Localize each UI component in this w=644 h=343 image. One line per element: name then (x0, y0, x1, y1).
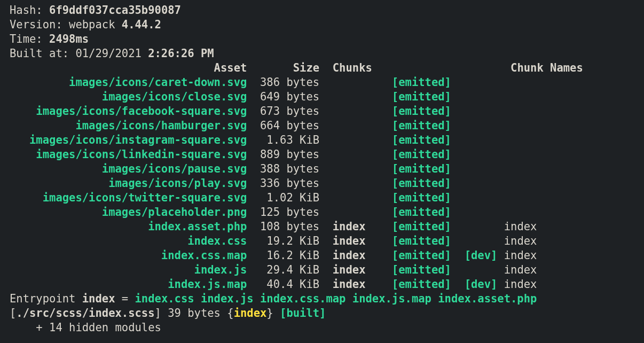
asset-chunks: index (333, 220, 386, 233)
terminal-line: index.css.map 16.2 KiB index [emitted] [… (10, 248, 644, 263)
built-label: Built at: 01/29/2021 (10, 47, 148, 60)
emitted-tag: [emitted] (386, 162, 451, 175)
emitted-tag: [emitted] (386, 76, 451, 89)
terminal-line: index.js.map 40.4 KiB index [emitted] [d… (10, 277, 644, 292)
rbrace: } (266, 307, 280, 319)
entrypoint-name: index (82, 292, 115, 305)
terminal-line: index.js 29.4 KiB index [emitted] index (10, 263, 644, 277)
bracket: [ (10, 307, 16, 319)
col-status-space (386, 61, 451, 74)
emitted-tag: [emitted] (386, 235, 451, 247)
asset-name: index.asset.php (10, 220, 247, 233)
module-chunk: index (234, 307, 267, 319)
asset-chunks (333, 134, 386, 146)
built-value: 2:26:26 PM (148, 47, 214, 60)
asset-chunks: index (333, 263, 386, 276)
asset-name: images/icons/hamburger.svg (10, 119, 247, 132)
asset-name: index.css.map (10, 249, 247, 262)
asset-size: 1.02 KiB (247, 191, 319, 204)
terminal-line: Version: webpack 4.44.2 (10, 18, 644, 32)
emitted-tag: [emitted] (386, 263, 451, 276)
asset-chunk-names: index (504, 278, 537, 291)
hash-label: Hash: (10, 4, 49, 17)
asset-chunk-names: index (504, 249, 537, 262)
module-bytes: 39 bytes { (161, 307, 234, 319)
emitted-tag: [emitted] (386, 105, 451, 118)
asset-name: images/icons/play.svg (10, 177, 247, 190)
hash-value: 6f9ddf037cca35b90087 (49, 4, 181, 17)
terminal-line: images/icons/twitter-square.svg 1.02 KiB… (10, 191, 644, 205)
asset-chunks (333, 191, 386, 204)
col-size: Size (247, 61, 319, 74)
asset-size: 386 bytes (247, 76, 319, 89)
asset-size: 889 bytes (247, 148, 319, 161)
built-tag: [built] (280, 307, 326, 319)
terminal-line: Entrypoint index = index.css index.js in… (10, 292, 644, 306)
module-path: ./src/scss/index.scss (16, 307, 154, 319)
col-chunk-names: Chunk Names (504, 61, 583, 74)
asset-name: images/icons/facebook-square.svg (10, 105, 247, 118)
asset-size: 40.4 KiB (247, 278, 319, 291)
asset-chunks (333, 76, 386, 89)
col-dev-space (451, 61, 504, 74)
asset-name: images/icons/instagram-square.svg (10, 134, 247, 146)
asset-size: 664 bytes (247, 119, 319, 132)
terminal-line: Built at: 01/29/2021 2:26:26 PM (10, 46, 644, 61)
terminal-line: Asset Size Chunks Chunk Names (10, 61, 644, 75)
asset-size: 29.4 KiB (247, 263, 319, 276)
asset-name: images/icons/caret-down.svg (10, 76, 247, 89)
terminal-line: images/icons/facebook-square.svg 673 byt… (10, 104, 644, 119)
terminal-line: index.css 19.2 KiB index [emitted] index (10, 234, 644, 248)
terminal-line: images/icons/play.svg 336 bytes [emitted… (10, 176, 644, 191)
asset-chunks (333, 105, 386, 118)
asset-name: images/icons/linkedin-square.svg (10, 148, 247, 161)
asset-chunks (333, 206, 386, 219)
terminal-line: images/icons/caret-down.svg 386 bytes [e… (10, 75, 644, 90)
asset-name: index.js.map (10, 278, 247, 291)
time-value: 2498ms (49, 33, 89, 45)
emitted-tag: [emitted] (386, 119, 451, 132)
asset-size: 16.2 KiB (247, 249, 319, 262)
asset-name: images/icons/twitter-square.svg (10, 191, 247, 204)
asset-size: 649 bytes (247, 90, 319, 103)
asset-size: 673 bytes (247, 105, 319, 118)
entrypoint-label: Entrypoint (10, 292, 82, 305)
terminal-line: images/placeholder.png 125 bytes [emitte… (10, 205, 644, 220)
emitted-tag: [emitted] (386, 206, 451, 219)
dev-tag: [dev] (465, 249, 504, 262)
asset-chunk-names: index (504, 263, 537, 276)
dev-tag: [dev] (465, 278, 504, 291)
terminal-line: images/icons/hamburger.svg 664 bytes [em… (10, 119, 644, 133)
emitted-tag: [emitted] (386, 148, 451, 161)
asset-chunks: index (333, 249, 386, 262)
col-chunks: Chunks (333, 61, 386, 74)
asset-chunks: index (333, 235, 386, 247)
emitted-tag: [emitted] (386, 134, 451, 146)
asset-size: 1.63 KiB (247, 134, 319, 146)
asset-size: 336 bytes (247, 177, 319, 190)
asset-chunks (333, 177, 386, 190)
asset-chunks (333, 90, 386, 103)
version-label: Version: webpack (10, 18, 122, 31)
emitted-tag: [emitted] (386, 90, 451, 103)
terminal-line: images/icons/pause.svg 388 bytes [emitte… (10, 162, 644, 176)
asset-name: images/icons/close.svg (10, 90, 247, 103)
asset-chunk-names: index (504, 220, 537, 233)
asset-size: 125 bytes (247, 206, 319, 219)
asset-name: images/placeholder.png (10, 206, 247, 219)
terminal-line: + 14 hidden modules (10, 321, 644, 335)
terminal-line: [./src/scss/index.scss] 39 bytes {index}… (10, 306, 644, 321)
asset-chunks (333, 148, 386, 161)
version-value: 4.44.2 (122, 18, 161, 31)
entrypoint-files: index.css index.js index.css.map index.j… (135, 292, 537, 305)
asset-chunks: index (333, 278, 386, 291)
hidden-modules: + 14 hidden modules (10, 321, 161, 334)
terminal-line: index.asset.php 108 bytes index [emitted… (10, 220, 644, 234)
asset-size: 19.2 KiB (247, 235, 319, 247)
asset-name: index.css (10, 235, 247, 247)
asset-name: index.js (10, 263, 247, 276)
terminal-line: images/icons/instagram-square.svg 1.63 K… (10, 133, 644, 147)
emitted-tag: [emitted] (386, 220, 451, 233)
asset-chunks (333, 119, 386, 132)
time-label: Time: (10, 33, 49, 45)
